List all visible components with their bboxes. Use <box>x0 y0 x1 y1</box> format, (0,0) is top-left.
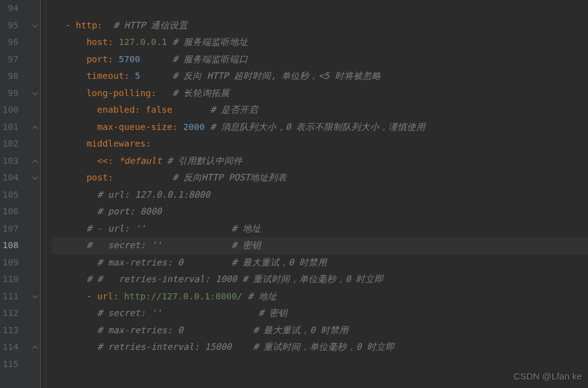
line-number: 113 <box>2 322 18 339</box>
line-number: 96 <box>2 34 18 51</box>
token-dash: - <box>86 291 97 301</box>
code-line[interactable]: # max-retries: 0 # 最大重试，0 时禁用 <box>52 322 588 339</box>
fold-expand-icon[interactable] <box>32 294 38 300</box>
token-string: http://127.0.0.1:8000/ <box>124 291 243 301</box>
token-plain <box>54 291 86 301</box>
token-plain <box>113 54 119 64</box>
code-line[interactable]: - http: # HTTP 通信设置 <box>52 17 588 34</box>
fold-expand-icon[interactable] <box>32 175 38 181</box>
code-line[interactable]: # - url: '' # 地址 <box>52 220 588 238</box>
token-plain <box>178 122 183 132</box>
fold-gutter[interactable] <box>30 0 41 388</box>
code-line[interactable]: # url: 127.0.0.1:8000 <box>52 187 588 204</box>
code-line[interactable]: - url: http://127.0.0.1:8000/ # 地址 <box>52 288 588 305</box>
token-plain <box>54 88 86 98</box>
token-plain <box>54 105 97 115</box>
token-key: << <box>97 156 108 166</box>
token-punct: : <box>108 37 113 47</box>
token-plain <box>54 54 86 64</box>
fold-collapse-icon[interactable] <box>32 158 38 164</box>
line-number: 110 <box>2 271 18 288</box>
indent-guide-gutter <box>41 0 52 388</box>
code-line[interactable]: <<: *default # 引用默认中间件 <box>52 153 588 170</box>
token-key: post <box>86 172 108 182</box>
token-plain <box>54 122 97 132</box>
token-punct: : <box>97 20 103 30</box>
line-number: 112 <box>2 305 18 322</box>
token-comment: # # retries-interval: 1000 # 重试时间，单位毫秒，0… <box>86 274 384 284</box>
token-key: middlewares <box>86 139 145 148</box>
line-number: 114 <box>2 339 18 356</box>
code-line[interactable]: enabled: false # 是否开启 <box>52 102 588 119</box>
line-number: 115 <box>2 356 18 373</box>
token-plain <box>167 37 172 47</box>
line-number: 104 <box>2 169 18 187</box>
token-key: enabled <box>97 105 135 115</box>
token-comment: # - url: '' # 地址 <box>86 224 260 233</box>
token-number: 2000 <box>183 122 205 132</box>
token-comment: # 长轮询拓展 <box>172 88 229 98</box>
token-plain <box>54 190 97 200</box>
token-plain <box>54 139 86 148</box>
token-plain <box>129 71 135 81</box>
token-plain <box>54 240 86 250</box>
token-plain <box>54 224 86 233</box>
line-number: 97 <box>2 51 18 68</box>
line-number: 94 <box>2 0 18 17</box>
token-plain <box>103 20 113 30</box>
token-key: host <box>86 37 108 47</box>
code-line[interactable]: # secret: '' # 密钥 <box>52 237 588 254</box>
code-line[interactable]: # max-retries: 0 # 最大重试，0 时禁用 <box>52 254 588 272</box>
code-line[interactable]: max-queue-size: 2000 # 消息队列大小，0 表示不限制队列大… <box>52 119 588 136</box>
watermark-text: CSDN @Lfan ke <box>513 368 582 385</box>
code-line[interactable]: # port: 8000 <box>52 203 588 220</box>
token-punct: : <box>108 54 113 64</box>
code-line[interactable] <box>52 0 588 17</box>
code-editor[interactable]: 9495969798991001011021031041051061071081… <box>0 0 588 388</box>
token-punct: : <box>151 88 156 98</box>
code-line[interactable]: host: 127.0.0.1 # 服务端监听地址 <box>52 34 588 51</box>
token-plain <box>156 88 172 98</box>
token-key: port <box>86 54 108 64</box>
token-punct: : <box>145 139 151 148</box>
fold-collapse-icon[interactable] <box>32 344 38 350</box>
token-comment: # 引用默认中间件 <box>167 156 242 166</box>
token-comment: # secret: '' # 密钥 <box>97 308 288 318</box>
token-plain <box>54 274 86 284</box>
code-line[interactable]: middlewares: <box>52 135 588 153</box>
token-number: 5700 <box>119 54 140 64</box>
code-line[interactable] <box>52 356 588 373</box>
code-line[interactable]: # retries-interval: 15000 # 重试时间，单位毫秒，0 … <box>52 339 588 356</box>
code-line[interactable]: # # retries-interval: 1000 # 重试时间，单位毫秒，0… <box>52 271 588 288</box>
line-number: 108 <box>2 237 18 254</box>
token-key: url <box>97 291 113 301</box>
token-bool: false <box>145 105 172 115</box>
token-dash: - <box>65 20 75 30</box>
token-comment: # 反向HTTP POST地址列表 <box>172 172 287 182</box>
code-line[interactable]: post: # 反向HTTP POST地址列表 <box>52 169 588 187</box>
token-plain <box>54 172 86 182</box>
code-area[interactable]: - http: # HTTP 通信设置 host: 127.0.0.1 # 服务… <box>52 0 588 388</box>
token-plain <box>54 71 86 81</box>
token-key: long-polling <box>86 88 151 98</box>
token-plain <box>54 206 97 216</box>
line-number-gutter: 9495969798991001011021031041051061071081… <box>0 0 30 388</box>
token-comment: # url: 127.0.0.1:8000 <box>97 190 210 200</box>
fold-expand-icon[interactable] <box>32 91 38 97</box>
code-line[interactable]: port: 5700 # 服务端监听端口 <box>52 51 588 68</box>
token-plain <box>54 156 97 166</box>
code-line[interactable]: long-polling: # 长轮询拓展 <box>52 85 588 102</box>
fold-expand-icon[interactable] <box>32 23 38 29</box>
token-anchor: *default <box>119 156 162 166</box>
token-punct: : <box>172 122 178 132</box>
token-comment: # secret: '' # 密钥 <box>86 240 260 250</box>
token-plain <box>54 257 97 267</box>
token-comment: # 服务端监听端口 <box>172 54 248 64</box>
token-plain <box>54 308 97 318</box>
code-line[interactable]: # secret: '' # 密钥 <box>52 305 588 322</box>
fold-collapse-icon[interactable] <box>32 124 38 131</box>
line-number: 99 <box>2 85 18 102</box>
token-plain <box>113 37 119 47</box>
token-key: timeout <box>86 71 124 81</box>
code-line[interactable]: timeout: 5 # 反向 HTTP 超时时间, 单位秒，<5 时将被忽略 <box>52 68 588 85</box>
